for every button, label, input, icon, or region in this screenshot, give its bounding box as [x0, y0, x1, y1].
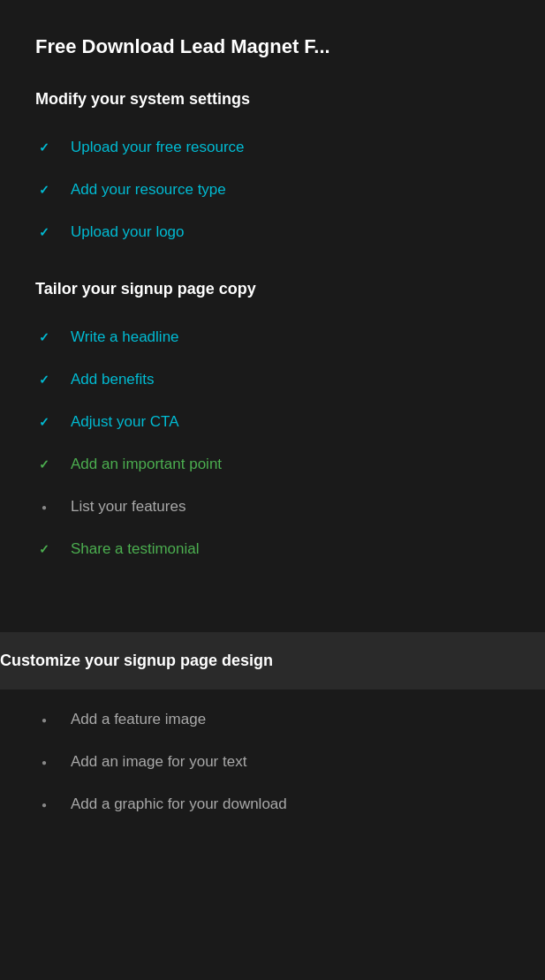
list-item[interactable]: ✓ Write a headline	[35, 316, 510, 358]
list-item[interactable]: ● Add an image for your text	[35, 741, 510, 783]
list-item[interactable]: ✓ Adjust your CTA	[35, 401, 510, 443]
item-label: Upload your free resource	[71, 139, 245, 156]
system-settings-list: ✓ Upload your free resource ✓ Add your r…	[35, 126, 510, 253]
item-label: Adjust your CTA	[71, 413, 179, 431]
item-label: Add an image for your text	[71, 753, 246, 771]
section-header-signup-copy: Tailor your signup page copy	[35, 280, 510, 298]
list-item[interactable]: ✓ Share a testimonial	[35, 528, 510, 570]
signup-copy-list: ✓ Write a headline ✓ Add benefits ✓ Adju…	[35, 316, 510, 570]
item-label: Add an important point	[71, 456, 222, 473]
item-label: List your features	[71, 498, 185, 516]
dot-icon: ●	[35, 498, 53, 516]
dot-icon: ●	[35, 753, 53, 771]
check-icon: ✓	[35, 328, 53, 346]
check-icon: ✓	[35, 456, 53, 473]
item-label: Add your resource type	[71, 181, 226, 199]
check-icon: ✓	[35, 540, 53, 558]
section-header-signup-design: Customize your signup page design	[0, 652, 545, 670]
main-container: Free Download Lead Magnet F... Modify yo…	[0, 0, 545, 632]
list-item[interactable]: ✓ Add your resource type	[35, 169, 510, 211]
section-design-header-container: Customize your signup page design	[0, 632, 545, 690]
page-title: Free Download Lead Magnet F...	[35, 35, 510, 58]
list-item[interactable]: ✓ Add an important point	[35, 443, 510, 486]
item-label: Upload your logo	[71, 223, 185, 241]
dot-icon: ●	[35, 711, 53, 728]
section-header-system-settings: Modify your system settings	[35, 90, 510, 109]
design-section-content: ● Add a feature image ● Add an image for…	[0, 690, 545, 887]
list-item[interactable]: ✓ Add benefits	[35, 358, 510, 401]
check-icon: ✓	[35, 139, 53, 156]
item-label: Share a testimonial	[71, 540, 200, 558]
list-item[interactable]: ✓ Upload your logo	[35, 211, 510, 253]
dot-icon: ●	[35, 795, 53, 813]
list-item[interactable]: ✓ Upload your free resource	[35, 126, 510, 169]
item-label: Add a feature image	[71, 711, 206, 728]
check-icon: ✓	[35, 181, 53, 199]
list-item[interactable]: ● Add a graphic for your download	[35, 783, 510, 825]
signup-design-list: ● Add a feature image ● Add an image for…	[35, 698, 510, 825]
check-icon: ✓	[35, 413, 53, 431]
item-label: Add benefits	[71, 371, 155, 388]
list-item[interactable]: ● Add a feature image	[35, 698, 510, 741]
item-label: Add a graphic for your download	[71, 795, 287, 813]
check-icon: ✓	[35, 371, 53, 388]
check-icon: ✓	[35, 223, 53, 241]
list-item[interactable]: ● List your features	[35, 486, 510, 528]
item-label: Write a headline	[71, 328, 179, 346]
